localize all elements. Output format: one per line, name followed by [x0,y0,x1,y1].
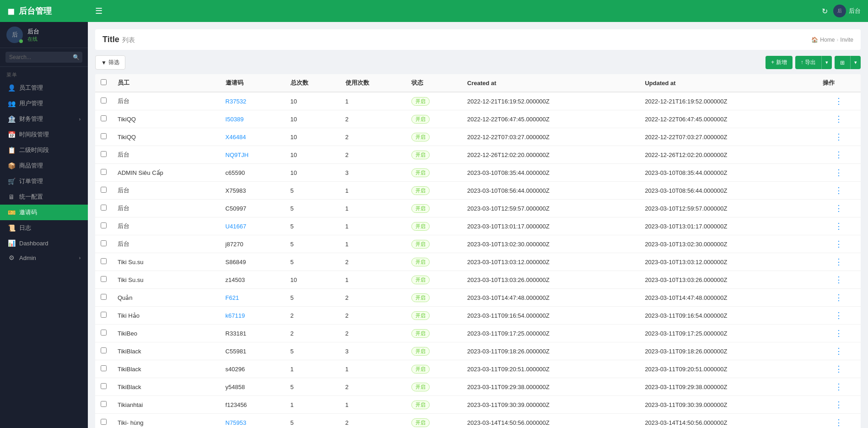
cell-code[interactable]: NQ9TJH [220,146,285,164]
invite-code-link[interactable]: U41667 [226,223,247,230]
more-actions-icon[interactable]: ⋮ [835,418,843,427]
sidebar-item-admin[interactable]: ⚙ Admin › [0,250,88,265]
topbar-user[interactable]: 后 后台 [833,5,861,17]
menu-toggle-icon[interactable]: ☰ [95,6,102,16]
row-checkbox[interactable] [101,330,107,336]
invite-code-link[interactable]: k67119 [226,312,245,319]
cell-actions[interactable]: ⋮ [817,289,861,307]
cell-actions[interactable]: ⋮ [817,307,861,325]
more-actions-icon[interactable]: ⋮ [835,132,843,141]
row-checkbox[interactable] [101,187,107,193]
cell-actions[interactable]: ⋮ [817,217,861,235]
cell-code[interactable]: I50389 [220,110,285,128]
cell-actions[interactable]: ⋮ [817,360,861,378]
row-checkbox[interactable] [101,294,107,300]
row-checkbox[interactable] [101,151,107,157]
more-actions-icon[interactable]: ⋮ [835,257,843,266]
cell-code[interactable]: U41667 [220,217,285,235]
search-box[interactable]: 🔍 [0,48,88,67]
invite-code-link[interactable]: F621 [226,294,239,301]
export-button[interactable]: ↑ 导出 [795,56,821,69]
cell-actions[interactable]: ⋮ [817,414,861,428]
more-actions-icon[interactable]: ⋮ [835,400,843,409]
row-checkbox[interactable] [101,312,107,318]
more-actions-icon[interactable]: ⋮ [835,186,843,195]
row-checkbox-cell [95,396,112,414]
sidebar-item-dashboard[interactable]: 📊 Dashboard [0,236,88,250]
row-checkbox[interactable] [101,401,107,407]
more-actions-icon[interactable]: ⋮ [835,222,843,231]
breadcrumb-home[interactable]: Home [820,37,835,43]
more-actions-icon[interactable]: ⋮ [835,150,843,159]
sidebar-item-employees[interactable]: 👤 员工管理 [0,80,88,96]
refresh-icon[interactable]: ↻ [822,7,828,16]
more-actions-icon[interactable]: ⋮ [835,239,843,249]
cell-actions[interactable]: ⋮ [817,378,861,396]
row-checkbox[interactable] [101,276,107,282]
cell-actions[interactable]: ⋮ [817,235,861,253]
cell-actions[interactable]: ⋮ [817,342,861,360]
sidebar-item-users[interactable]: 👥 用户管理 [0,96,88,111]
cell-actions[interactable]: ⋮ [817,182,861,200]
more-actions-icon[interactable]: ⋮ [835,347,843,356]
more-actions-icon[interactable]: ⋮ [835,382,843,391]
more-actions-icon[interactable]: ⋮ [835,364,843,374]
sidebar-item-invite[interactable]: 🎫 邀请码 [0,205,88,220]
export-dropdown-button[interactable]: ▾ [821,56,832,69]
columns-dropdown-button[interactable]: ▾ [850,56,861,69]
cell-actions[interactable]: ⋮ [817,325,861,342]
row-checkbox[interactable] [101,98,107,103]
invite-code-link[interactable]: NQ9TJH [226,152,249,158]
cell-actions[interactable]: ⋮ [817,200,861,217]
cell-actions[interactable]: ⋮ [817,110,861,128]
invite-code-link[interactable]: I50389 [226,116,244,123]
cell-actions[interactable]: ⋮ [817,164,861,182]
sidebar-item-timeslot2[interactable]: 📋 二级时间段 [0,142,88,158]
row-checkbox[interactable] [101,258,107,264]
cell-code[interactable]: N75953 [220,414,285,428]
row-checkbox[interactable] [101,169,107,175]
search-input[interactable] [5,52,82,63]
cell-actions[interactable]: ⋮ [817,146,861,164]
sidebar-item-goods[interactable]: 📦 商品管理 [0,158,88,173]
sidebar-item-config[interactable]: 🖥 统一配置 [0,189,88,205]
invite-code-link[interactable]: X46484 [226,134,246,141]
more-actions-icon[interactable]: ⋮ [835,204,843,213]
more-actions-icon[interactable]: ⋮ [835,168,843,177]
row-checkbox[interactable] [101,205,107,211]
more-actions-icon[interactable]: ⋮ [835,114,843,124]
row-checkbox[interactable] [101,115,107,121]
more-actions-icon[interactable]: ⋮ [835,293,843,302]
more-actions-icon[interactable]: ⋮ [835,97,843,106]
sidebar-item-orders[interactable]: 🛒 订单管理 [0,173,88,189]
more-actions-icon[interactable]: ⋮ [835,311,843,320]
row-checkbox[interactable] [101,240,107,246]
new-button[interactable]: + 新增 [766,56,792,69]
columns-button[interactable]: ⊞ [835,56,850,69]
more-actions-icon[interactable]: ⋮ [835,329,843,338]
invite-code-link[interactable]: N75953 [226,419,247,426]
cell-code[interactable]: F621 [220,289,285,307]
filter-button[interactable]: ▼ 筛选 [95,55,125,70]
row-checkbox[interactable] [101,347,107,353]
cell-code[interactable]: k67119 [220,307,285,325]
cell-actions[interactable]: ⋮ [817,253,861,271]
invite-code-link[interactable]: R37532 [226,98,247,105]
cell-actions[interactable]: ⋮ [817,271,861,289]
cell-actions[interactable]: ⋮ [817,396,861,414]
row-checkbox[interactable] [101,383,107,389]
cell-actions[interactable]: ⋮ [817,128,861,146]
more-actions-icon[interactable]: ⋮ [835,275,843,284]
sidebar-item-finance[interactable]: 🏦 财务管理 › [0,111,88,127]
row-checkbox-cell [95,307,112,325]
cell-code[interactable]: X46484 [220,128,285,146]
row-checkbox[interactable] [101,222,107,228]
select-all-checkbox[interactable] [101,79,107,85]
sidebar-item-timeslot[interactable]: 📅 时间段管理 [0,127,88,142]
row-checkbox[interactable] [101,365,107,371]
cell-code[interactable]: R37532 [220,92,285,110]
sidebar-item-logs[interactable]: 📜 日志 [0,220,88,236]
row-checkbox[interactable] [101,419,107,425]
row-checkbox[interactable] [101,133,107,139]
cell-actions[interactable]: ⋮ [817,92,861,110]
